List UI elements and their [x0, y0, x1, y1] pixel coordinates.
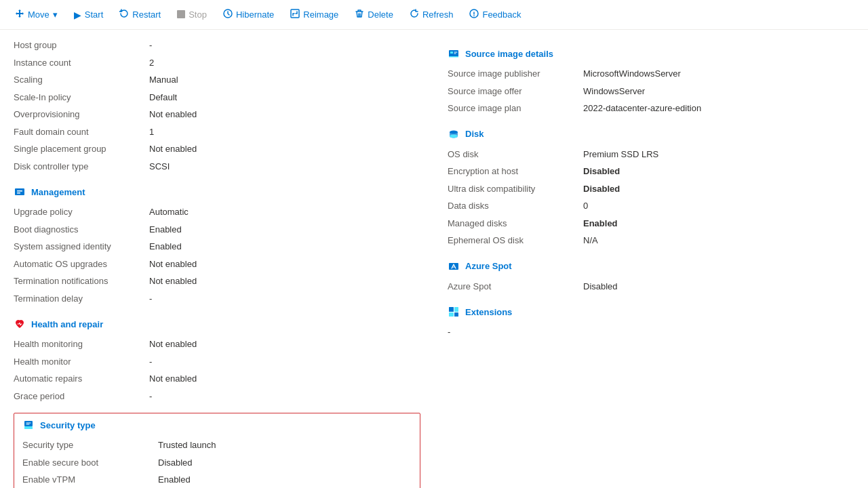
svg-rect-10	[450, 52, 453, 54]
prop-instance-count: Instance count 2	[14, 54, 420, 72]
right-column: Source image details Source image publis…	[434, 30, 868, 488]
toolbar: Move ▾ ▶ Start Restart Stop Hibernate Re…	[0, 0, 868, 30]
security-properties: Security type Trusted launch Enable secu…	[22, 436, 412, 488]
health-properties: Health monitoring Not enabled Health mon…	[14, 336, 420, 405]
prop-fault-domain-count: Fault domain count 1	[14, 123, 420, 141]
general-properties: Host group - Instance count 2 Scaling Ma…	[14, 37, 420, 175]
extensions-section-header: Extensions	[448, 306, 854, 318]
prop-boot-diagnostics: Boot diagnostics Enabled	[14, 221, 420, 239]
reimage-button[interactable]: Reimage	[283, 5, 345, 24]
restart-button[interactable]: Restart	[113, 5, 167, 24]
source-image-properties: Source image publisher MicrosoftWindowsS…	[448, 65, 854, 117]
svg-rect-5	[17, 190, 22, 192]
prop-secure-boot: Enable secure boot Disabled	[22, 454, 412, 472]
svg-rect-18	[454, 312, 458, 317]
health-section-header: Health and repair	[14, 318, 420, 330]
prop-host-group: Host group -	[14, 37, 420, 54]
prop-ultra-disk: Ultra disk compatibility Disabled	[448, 180, 854, 198]
svg-rect-2	[291, 9, 299, 18]
svg-rect-6	[17, 192, 20, 194]
management-icon	[14, 186, 26, 198]
dropdown-arrow-icon: ▾	[53, 9, 58, 20]
move-button[interactable]: Move ▾	[8, 5, 64, 24]
prop-upgrade-policy: Upgrade policy Automatic	[14, 203, 420, 221]
prop-system-identity: System assigned identity Enabled	[14, 238, 420, 256]
extensions-icon	[448, 306, 460, 318]
disk-icon	[448, 128, 460, 140]
prop-extensions: -	[448, 323, 854, 341]
prop-auto-os-upgrades: Automatic OS upgrades Not enabled	[14, 256, 420, 273]
prop-scaling: Scaling Manual	[14, 71, 420, 89]
refresh-button[interactable]: Refresh	[403, 5, 460, 24]
disk-properties: OS disk Premium SSD LRS Encryption at ho…	[448, 146, 854, 249]
prop-health-monitor: Health monitor -	[14, 353, 420, 371]
prop-security-type: Security type Trusted launch	[22, 436, 412, 454]
management-properties: Upgrade policy Automatic Boot diagnostic…	[14, 203, 420, 307]
prop-vtpm: Enable vTPM Enabled	[22, 471, 412, 488]
svg-rect-7	[24, 421, 33, 426]
source-image-icon	[448, 47, 460, 60]
start-button[interactable]: ▶ Start	[67, 5, 110, 24]
svg-rect-11	[449, 56, 458, 58]
prop-overprovisioning: Overprovisioning Not enabled	[14, 106, 420, 123]
health-icon	[14, 318, 26, 330]
security-type-section: Security type Security type Trusted laun…	[14, 413, 420, 488]
hibernate-button[interactable]: Hibernate	[216, 5, 281, 24]
management-section-header: Management	[14, 186, 420, 198]
prop-source-plan: Source image plan 2022-datacenter-azure-…	[448, 100, 854, 117]
prop-grace-period: Grace period -	[14, 388, 420, 405]
security-section-header: Security type	[22, 419, 412, 431]
prop-source-offer: Source image offer WindowsServer	[448, 83, 854, 100]
prop-managed-disks: Managed disks Enabled	[448, 215, 854, 232]
svg-rect-0	[177, 10, 185, 18]
delete-button[interactable]: Delete	[348, 5, 400, 24]
prop-disk-controller: Disk controller type SCSI	[14, 158, 420, 176]
move-icon	[15, 9, 24, 20]
svg-rect-15	[449, 307, 454, 312]
start-icon: ▶	[74, 9, 81, 20]
delete-icon	[355, 9, 364, 20]
prop-termination-notifications: Termination notifications Not enabled	[14, 272, 420, 290]
prop-scale-in-policy: Scale-In policy Default	[14, 89, 420, 106]
security-icon	[22, 419, 35, 431]
svg-point-13	[450, 134, 458, 138]
azure-spot-properties: Azure Spot Disabled	[448, 278, 854, 296]
svg-rect-9	[449, 50, 458, 57]
stop-button[interactable]: Stop	[170, 5, 214, 24]
hibernate-icon	[223, 9, 233, 20]
svg-rect-8	[24, 426, 33, 429]
stop-icon	[177, 9, 185, 20]
source-image-section-header: Source image details	[448, 47, 854, 60]
prop-source-publisher: Source image publisher MicrosoftWindowsS…	[448, 65, 854, 83]
prop-ephemeral-disk: Ephemeral OS disk N/A	[448, 232, 854, 249]
disk-section-header: Disk	[448, 128, 854, 140]
refresh-icon	[410, 9, 419, 20]
prop-os-disk: OS disk Premium SSD LRS	[448, 146, 854, 163]
prop-azure-spot: Azure Spot Disabled	[448, 278, 854, 296]
prop-automatic-repairs: Automatic repairs Not enabled	[14, 370, 420, 388]
reimage-icon	[290, 9, 300, 20]
feedback-button[interactable]: Feedback	[462, 5, 528, 24]
azure-spot-section-header: Azure Spot	[448, 260, 854, 272]
prop-health-monitoring: Health monitoring Not enabled	[14, 336, 420, 353]
main-content: Host group - Instance count 2 Scaling Ma…	[0, 30, 868, 488]
feedback-icon	[469, 9, 479, 20]
svg-rect-17	[454, 307, 458, 312]
left-column: Host group - Instance count 2 Scaling Ma…	[0, 30, 434, 488]
svg-rect-16	[449, 312, 454, 317]
prop-encryption-host: Encryption at host Disabled	[448, 163, 854, 180]
azure-spot-icon	[448, 260, 460, 272]
prop-single-placement: Single placement group Not enabled	[14, 140, 420, 158]
prop-data-disks: Data disks 0	[448, 197, 854, 215]
extensions-value: -	[448, 323, 854, 341]
prop-termination-delay: Termination delay -	[14, 290, 420, 308]
svg-rect-4	[15, 188, 24, 195]
restart-icon	[119, 9, 129, 20]
